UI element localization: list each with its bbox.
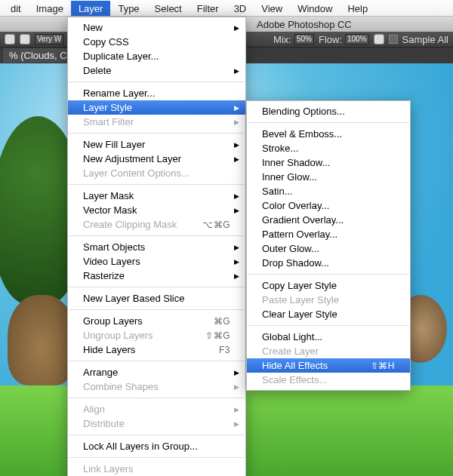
menu-item-label: Distribute — [83, 418, 230, 429]
menu-item-label: New Adjustment Layer — [83, 153, 230, 164]
menu-item-label: Scale Effects... — [262, 374, 395, 385]
flow-value[interactable]: 100% — [345, 34, 369, 45]
style-menu-item[interactable]: Inner Glow... — [247, 170, 410, 184]
menu-item-label: Duplicate Layer... — [83, 51, 230, 62]
mix-label: Mix: — [273, 34, 291, 45]
brush-icon[interactable] — [20, 34, 30, 45]
menu-3d[interactable]: 3D — [226, 1, 254, 16]
layer-menu-item[interactable]: Layer Mask▶ — [68, 189, 245, 203]
chevron-right-icon: ▶ — [234, 369, 239, 376]
menu-item-label: Hide Layers — [83, 344, 219, 355]
style-menu-item[interactable]: Global Light... — [247, 330, 410, 344]
layer-menu: New▶Copy CSSDuplicate Layer...Delete▶Ren… — [67, 17, 246, 476]
menu-item-label: Group Layers — [83, 315, 214, 327]
menu-dit[interactable]: dit — [3, 1, 29, 16]
menu-item-label: Smart Objects — [83, 241, 230, 253]
chevron-right-icon: ▶ — [234, 104, 239, 112]
menu-separator — [69, 361, 245, 361]
menu-item-label: Link Layers — [83, 463, 230, 474]
chevron-right-icon: ▶ — [234, 67, 239, 75]
layer-menu-item: Ungroup Layers⇧⌘G — [68, 328, 245, 342]
menu-item-label: Rasterize — [83, 270, 230, 281]
style-menu-item[interactable]: Hide All Effects⇧⌘H — [247, 358, 410, 373]
style-menu-item[interactable]: Outer Glow... — [247, 241, 410, 256]
style-menu-item[interactable]: Bevel & Emboss... — [247, 127, 410, 141]
menu-separator — [69, 309, 245, 310]
menu-item-label: Align — [83, 404, 230, 415]
style-menu-item[interactable]: Gradient Overlay... — [247, 213, 410, 227]
menu-separator — [248, 325, 409, 326]
menu-view[interactable]: View — [254, 1, 290, 16]
menu-item-label: Layer Content Options... — [83, 167, 230, 179]
menu-item-label: Inner Glow... — [262, 171, 395, 183]
layer-style-submenu: Blending Options...Bevel & Emboss...Stro… — [246, 100, 411, 391]
menu-item-label: Color Overlay... — [262, 200, 395, 211]
menu-item-label: New Layer Based Slice — [83, 293, 230, 304]
layer-menu-item[interactable]: Layer Style▶ — [68, 100, 245, 115]
menu-item-label: New Fill Layer — [83, 139, 230, 150]
menu-filter[interactable]: Filter — [190, 1, 226, 16]
menu-item-label: Ungroup Layers — [83, 330, 205, 341]
menu-help[interactable]: Help — [340, 1, 375, 16]
style-menu-item[interactable]: Pattern Overlay... — [247, 227, 410, 241]
menu-item-label: Blending Options... — [262, 106, 395, 117]
layer-menu-item[interactable]: New Fill Layer▶ — [68, 137, 245, 152]
layer-menu-item[interactable]: Vector Mask▶ — [68, 203, 245, 217]
menu-separator — [69, 457, 245, 458]
chevron-right-icon: ▶ — [234, 141, 239, 149]
layer-menu-item[interactable]: New Adjustment Layer▶ — [68, 152, 245, 166]
layer-menu-item: Link Layers — [68, 462, 245, 476]
layer-menu-item[interactable]: Hide LayersF3 — [68, 342, 245, 357]
layer-menu-item: Smart Filter▶ — [68, 115, 245, 129]
menu-item-label: Rename Layer... — [83, 88, 230, 99]
menu-select[interactable]: Select — [147, 1, 190, 16]
menu-shortcut: ⌥⌘G — [202, 220, 230, 230]
layer-menu-item[interactable]: Rename Layer... — [68, 86, 245, 100]
style-menu-item[interactable]: Color Overlay... — [247, 198, 410, 213]
menu-separator — [69, 287, 245, 287]
menu-layer[interactable]: Layer — [71, 1, 111, 16]
layer-menu-item[interactable]: Lock All Layers in Group... — [68, 439, 245, 453]
window-title: Adobe Photoshop CC — [257, 19, 352, 30]
layer-menu-item[interactable]: New▶ — [68, 20, 245, 35]
sample-all-checkbox[interactable] — [389, 35, 398, 44]
menu-window[interactable]: Window — [290, 1, 340, 16]
style-menu-item[interactable]: Stroke... — [247, 141, 410, 155]
layer-menu-item[interactable]: Duplicate Layer... — [68, 49, 245, 63]
layer-menu-item: Distribute▶ — [68, 416, 245, 431]
menu-item-label: New — [83, 22, 230, 33]
style-menu-item[interactable]: Clear Layer Style — [247, 307, 410, 321]
airbrush-icon[interactable] — [374, 34, 384, 45]
style-menu-item[interactable]: Drop Shadow... — [247, 256, 410, 270]
chevron-right-icon: ▶ — [234, 118, 239, 126]
layer-menu-item[interactable]: Copy CSS — [68, 35, 245, 49]
layer-menu-item[interactable]: Smart Objects▶ — [68, 240, 245, 254]
layer-menu-item[interactable]: Video Layers▶ — [68, 254, 245, 269]
style-menu-item[interactable]: Blending Options... — [247, 104, 410, 118]
menu-item-label: Drop Shadow... — [262, 257, 395, 269]
layer-menu-item[interactable]: New Layer Based Slice — [68, 291, 245, 306]
style-menu-item[interactable]: Inner Shadow... — [247, 155, 410, 170]
style-menu-item[interactable]: Satin... — [247, 184, 410, 198]
menu-separator — [69, 235, 245, 236]
mix-value[interactable]: 50% — [294, 34, 314, 45]
menu-separator — [69, 81, 245, 82]
brush-label[interactable]: Very W — [35, 34, 63, 45]
chevron-right-icon: ▶ — [234, 420, 239, 428]
menu-type[interactable]: Type — [110, 1, 146, 16]
menu-item-label: Video Layers — [83, 256, 230, 267]
menu-item-label: Layer Mask — [83, 190, 230, 201]
layer-menu-item[interactable]: Arrange▶ — [68, 365, 245, 379]
menu-item-label: Delete — [83, 65, 230, 76]
menu-image[interactable]: Image — [29, 1, 71, 16]
chevron-right-icon: ▶ — [234, 155, 239, 163]
layer-menu-item[interactable]: Group Layers⌘G — [68, 314, 245, 328]
tool-preset-icon[interactable] — [5, 34, 15, 45]
menu-item-label: Bevel & Emboss... — [262, 128, 395, 140]
layer-menu-item[interactable]: Rasterize▶ — [68, 269, 245, 283]
menu-item-label: Satin... — [262, 186, 395, 197]
layer-menu-item[interactable]: Delete▶ — [68, 63, 245, 78]
menu-item-label: Inner Shadow... — [262, 157, 395, 168]
style-menu-item[interactable]: Copy Layer Style — [247, 278, 410, 293]
menu-item-label: Layer Style — [83, 102, 230, 113]
